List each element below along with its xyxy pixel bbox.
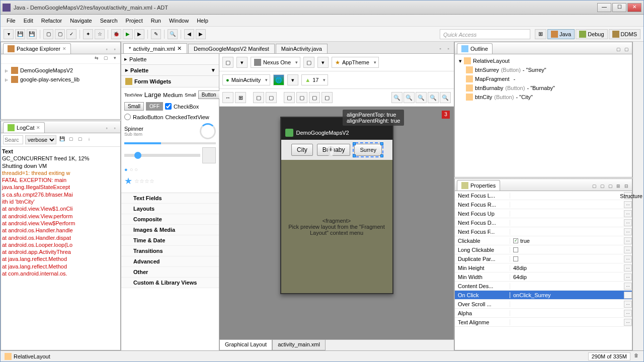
property-row[interactable]: Min Width64dip…	[455, 273, 632, 282]
property-row[interactable]: On ClickonClick_Surrey…	[455, 291, 632, 300]
logcat-level-select[interactable]: verbose	[25, 135, 56, 144]
property-row[interactable]: Next Focus D...…	[455, 218, 632, 227]
close-icon[interactable]: ✕	[177, 45, 182, 52]
activity-select[interactable]: ●MainActivity	[222, 74, 270, 85]
widget-spinner[interactable]: Spinner	[124, 126, 143, 132]
menu-file[interactable]: File	[3, 16, 20, 25]
property-row[interactable]: Text Alignme…	[455, 318, 632, 327]
menu-edit[interactable]: Edit	[20, 16, 37, 25]
open-button[interactable]: ☆	[95, 29, 105, 39]
outline-item[interactable]: btnBurnaby (Button) - "Burnaby"	[457, 83, 630, 93]
perspective-java[interactable]: Java	[547, 29, 575, 39]
property-row[interactable]: Min Height48dip…	[455, 263, 632, 273]
preview-button-city[interactable]: City	[291, 144, 313, 156]
props-icon[interactable]: ▢	[599, 184, 606, 191]
widget-small-button[interactable]: Small	[124, 102, 144, 111]
orientation-button[interactable]: ▢	[303, 57, 314, 68]
property-row[interactable]: Next Focus R...…	[455, 200, 632, 209]
widget-small[interactable]: Small	[185, 93, 196, 98]
menu-help[interactable]: Help	[193, 16, 212, 25]
property-row[interactable]: Clickable✓true…	[455, 236, 632, 245]
zoom-in-button[interactable]: 🔍	[428, 92, 439, 103]
run-last-button[interactable]: ▶	[134, 29, 144, 39]
widget-textview[interactable]: TextView	[124, 93, 142, 98]
search-button[interactable]: 🔍	[168, 29, 178, 39]
config-button[interactable]: ▢	[222, 57, 233, 68]
palette-category[interactable]: Advanced	[121, 256, 219, 267]
gc-button[interactable]: 🗑	[632, 353, 639, 360]
form-widgets-section[interactable]: Form Widgets	[121, 76, 219, 87]
minimize-icon[interactable]: ▫	[103, 126, 110, 133]
maximize-icon[interactable]: ▫	[111, 126, 118, 133]
outline-item[interactable]: btnCity (Button) - "City"	[457, 93, 630, 102]
outline-item[interactable]: btnSurrey (Button) - "Surrey"	[457, 65, 630, 74]
align-button[interactable]: ▢	[253, 92, 264, 103]
collapse-all-icon[interactable]: ⇆	[93, 55, 100, 62]
menu-project[interactable]: Project	[122, 16, 147, 25]
palette-category[interactable]: Text Fields	[121, 193, 219, 204]
properties-tab[interactable]: Properties	[457, 180, 500, 191]
new-project-button[interactable]: ✦	[83, 29, 93, 39]
widget-checkbox[interactable]: CheckBox	[174, 104, 199, 110]
close-button[interactable]: ✕	[627, 3, 641, 12]
scroll-lock-icon[interactable]: ▢	[76, 136, 84, 143]
property-more-button[interactable]: …	[624, 201, 632, 208]
palette-category[interactable]: Custom & Library Views	[121, 278, 219, 288]
expand-icon[interactable]: ⊞	[615, 184, 622, 191]
property-row[interactable]: Next Focus Up…	[455, 209, 632, 218]
link-editor-icon[interactable]: ▢	[102, 55, 109, 62]
locale-button[interactable]: 🌐	[273, 74, 284, 85]
close-icon[interactable]: ✕	[62, 46, 66, 51]
layout-canvas[interactable]: 3 DemoGoogleMapsV2 City Burnaby	[219, 107, 454, 339]
property-row[interactable]: Next Focus L...…	[455, 191, 632, 200]
show-button[interactable]: ▢	[309, 92, 320, 103]
view-menu-icon[interactable]: ▢	[615, 47, 622, 54]
locale-dropdown[interactable]: ▾	[287, 74, 298, 85]
properties-grid[interactable]: Next Focus L...…Next Focus R...…Next Foc…	[455, 191, 632, 350]
align-button[interactable]: ▢	[266, 92, 277, 103]
property-more-button[interactable]: …	[624, 319, 632, 326]
clear-log-icon[interactable]: ▢	[67, 136, 74, 143]
property-more-button[interactable]: …	[624, 283, 632, 290]
palette-category[interactable]: Composite	[121, 214, 219, 225]
menu-navigate[interactable]: Navigate	[66, 16, 96, 25]
graphical-layout-tab[interactable]: Graphical Layout	[219, 340, 272, 350]
property-more-button[interactable]: …	[624, 274, 632, 281]
property-row[interactable]: Over Scroll ...…	[455, 300, 632, 309]
zoom-out-button[interactable]: 🔍	[391, 92, 403, 103]
widget-medium[interactable]: Medium	[163, 92, 183, 98]
avd-manager-button[interactable]: ▢	[55, 29, 65, 39]
minimize-button[interactable]: —	[597, 3, 611, 12]
property-more-button[interactable]: …	[624, 210, 632, 217]
widget-radio-icon[interactable]	[124, 114, 131, 120]
new-button[interactable]: ▾	[4, 29, 14, 39]
property-more-button[interactable]: …	[624, 292, 632, 299]
menu-refactor[interactable]: Refactor	[37, 16, 66, 25]
outline-tree[interactable]: ▾RelativeLayout btnSurrey (Button) - "Su…	[455, 54, 632, 177]
widget-button[interactable]: Button	[198, 90, 220, 99]
new-class-button[interactable]: ✎	[151, 29, 161, 39]
widget-quickcontact[interactable]	[202, 147, 216, 163]
palette-section-toggle[interactable]: ▸Palette▾	[121, 65, 219, 76]
project-item[interactable]: google-play-services_lib	[20, 76, 79, 82]
forward-button[interactable]: ▶	[196, 29, 206, 39]
toggle-state-button[interactable]: ↔	[222, 92, 233, 103]
property-row[interactable]: Next Focus F...…	[455, 227, 632, 236]
heap-status[interactable]: 290M of 335M	[588, 352, 630, 360]
property-row[interactable]: Duplicate Par...…	[455, 254, 632, 263]
maximize-icon[interactable]: ▫	[111, 47, 118, 54]
view-menu-icon[interactable]: ▾	[111, 55, 118, 62]
collapse-icon[interactable]: ⊟	[623, 184, 630, 191]
widget-checkedtext[interactable]: CheckedTextView	[166, 114, 209, 120]
property-more-button[interactable]: …	[624, 301, 632, 308]
preview-button-surrey[interactable]: Surrey	[354, 144, 381, 156]
export-log-icon[interactable]: ↓	[86, 136, 93, 143]
property-more-button[interactable]: …	[624, 255, 632, 262]
run-button[interactable]: ▶	[123, 29, 133, 39]
open-perspective-button[interactable]: ⊞	[535, 29, 546, 39]
minimize-icon[interactable]: ▢	[623, 47, 630, 54]
logcat-output[interactable]: Text GC_CONCURRENT freed 1K, 12%Shutting…	[1, 147, 120, 350]
widget-ratingbar[interactable]: ★☆☆☆☆	[124, 175, 216, 187]
project-item[interactable]: DemoGoogleMapsV2	[20, 67, 73, 73]
props-icon[interactable]: ▢	[607, 184, 614, 191]
